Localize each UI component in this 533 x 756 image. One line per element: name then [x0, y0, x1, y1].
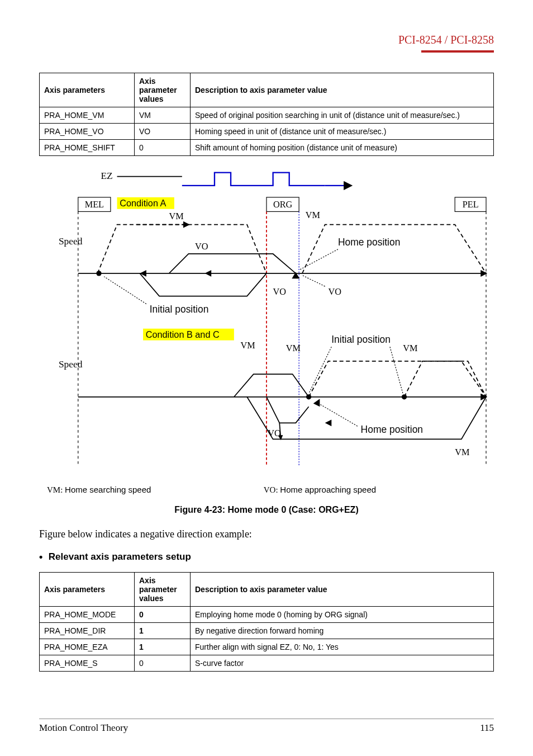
table-header: Axis parameter values	[135, 573, 191, 607]
param-name: PRA_HOME_S	[40, 655, 135, 672]
speed-label: Speed	[59, 358, 83, 370]
param-value: 0	[135, 655, 191, 672]
figure-caption: Figure 4-23: Home mode 0 (Case: ORG+EZ)	[39, 505, 494, 515]
svg-marker-25	[325, 420, 332, 427]
table-header-row: Axis parameters Axis parameter values De…	[40, 573, 494, 607]
condition-bc-label: Condition B and C	[146, 329, 220, 339]
footer-section: Motion Control Theory	[39, 722, 128, 734]
param-value: VM	[135, 107, 191, 124]
param-name: PRA_HOME_VM	[40, 107, 135, 124]
body-paragraph: Figure below indicates a negative direct…	[39, 528, 494, 540]
table-row: PRA_HOME_MODE 0 Employing home mode 0 (h…	[40, 607, 494, 623]
param-desc: Speed of original position searching in …	[191, 107, 494, 124]
svg-marker-13	[205, 270, 212, 277]
page-header-title: PCI-8254 / PCI-8258	[398, 34, 494, 46]
page-footer: Motion Control Theory 115	[39, 719, 494, 734]
speed-label: Speed	[59, 235, 83, 247]
param-value: 0	[135, 607, 191, 623]
table-header: Description to axis parameter value	[191, 73, 494, 107]
table-row: PRA_HOME_S 0 S-curve factor	[40, 655, 494, 672]
home-position-label: Home position	[361, 424, 423, 435]
param-value: 0	[135, 140, 191, 156]
pel-label: PEL	[463, 200, 479, 210]
page-content: Axis parameters Axis parameter values De…	[39, 73, 494, 672]
vo-label: VO	[328, 287, 341, 297]
bullet-heading: • Relevant axis parameters setup	[39, 551, 494, 563]
document-page: PCI-8254 / PCI-8258 Axis parameters Axis…	[0, 0, 533, 756]
param-name: PRA_HOME_SHIFT	[40, 140, 135, 156]
vm-label: VM	[169, 211, 184, 221]
condition-a-label: Condition A	[120, 198, 166, 208]
param-desc: Homing speed in unit of (distance unit o…	[191, 124, 494, 140]
param-value: 1	[135, 623, 191, 639]
vm-label: VM	[240, 341, 255, 351]
svg-marker-12	[140, 270, 146, 277]
legend-vo-speed-label: VO:	[264, 485, 278, 494]
svg-line-21	[309, 347, 332, 394]
param-desc: By negative direction forward homing	[191, 623, 494, 639]
param-desc: Employing home mode 0 (homing by ORG sig…	[191, 607, 494, 623]
table-header: Axis parameter values	[135, 73, 191, 107]
ez-label: EZ	[101, 170, 112, 181]
svg-marker-28	[313, 399, 320, 407]
table-header-row: Axis parameters Axis parameter values De…	[40, 73, 494, 107]
homing-diagram: EZ MEL ORG PEL Condition A VM	[39, 166, 494, 480]
table-row: PRA_HOME_VO VO Homing speed in unit of (…	[40, 124, 494, 140]
param-desc: S-curve factor	[191, 655, 494, 672]
initial-position-label: Initial position	[331, 334, 391, 345]
param-name: PRA_HOME_MODE	[40, 607, 135, 623]
vo-label: VO	[195, 242, 208, 252]
legend-vo-text: Home approaching speed	[280, 485, 376, 494]
header-accent-bar	[421, 50, 494, 53]
param-name: PRA_HOME_EZA	[40, 639, 135, 655]
table-header: Axis parameters	[40, 573, 135, 607]
param-desc: Further align with signal EZ, 0: No, 1: …	[191, 639, 494, 655]
param-name: PRA_HOME_VO	[40, 124, 135, 140]
param-value: 1	[135, 639, 191, 655]
bullet-icon: •	[39, 551, 42, 563]
axis-parameters-table-upper: Axis parameters Axis parameter values De…	[39, 73, 494, 156]
vo-label: VO	[268, 428, 281, 438]
org-label: ORG	[273, 200, 293, 210]
table-row: PRA_HOME_DIR 1 By negative direction for…	[40, 623, 494, 639]
bullet-text: Relevant axis parameters setup	[49, 551, 191, 562]
vm-label: VM	[403, 343, 417, 353]
legend-vm-speed-label: VM:	[47, 485, 63, 494]
table-row: PRA_HOME_EZA 1 Further align with signal…	[40, 639, 494, 655]
vm-label: VM	[286, 343, 301, 353]
param-desc: Shift amount of homing position (distanc…	[191, 140, 494, 156]
axis-parameters-table-lower: Axis parameters Axis parameter values De…	[39, 572, 494, 672]
table-header: Description to axis parameter value	[191, 573, 494, 607]
table-row: PRA_HOME_VM VM Speed of original positio…	[40, 107, 494, 124]
svg-line-15	[302, 275, 325, 286]
diagram-legend: VM: Home searching speed VO: Home approa…	[47, 485, 494, 495]
vm-label: VM	[455, 447, 469, 457]
vm-label: VM	[306, 210, 320, 220]
footer-page-number: 115	[480, 722, 494, 734]
svg-point-18	[96, 271, 101, 276]
svg-line-16	[299, 249, 338, 270]
svg-line-23	[390, 347, 403, 394]
vo-label: VO	[273, 287, 287, 297]
svg-line-17	[104, 277, 146, 304]
diagram-svg: EZ MEL ORG PEL Condition A VM	[39, 166, 494, 478]
param-value: VO	[135, 124, 191, 140]
home-position-label: Home position	[338, 237, 400, 248]
svg-line-27	[318, 403, 358, 426]
table-header: Axis parameters	[40, 73, 135, 107]
initial-position-label: Initial position	[150, 304, 209, 315]
legend-vm-text: Home searching speed	[65, 485, 151, 494]
mel-label: MEL	[85, 200, 104, 210]
param-name: PRA_HOME_DIR	[40, 623, 135, 639]
table-row: PRA_HOME_SHIFT 0 Shift amount of homing …	[40, 140, 494, 156]
